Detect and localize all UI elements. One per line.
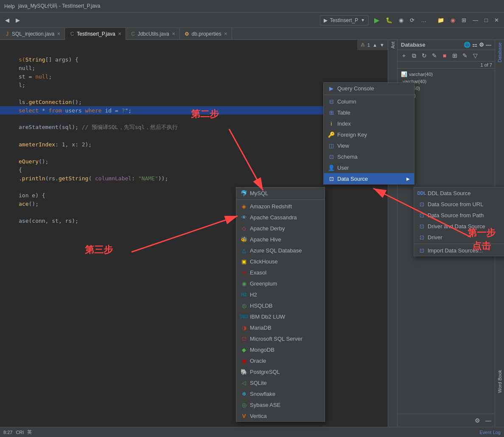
driver-mysql[interactable]: 🐬 MySQL [236, 188, 325, 199]
driver-apache-cassandra[interactable]: 👁 Apache Cassandra [236, 212, 325, 223]
driver-mssql[interactable]: ⊡ Microsoft SQL Server [236, 333, 325, 344]
menu-view[interactable]: ◫ View [324, 140, 414, 151]
driver-snowflake[interactable]: ❄ Snowflake [236, 388, 325, 399]
driver-oracle[interactable]: ◉ Oracle [236, 355, 325, 366]
menu-foreign-key[interactable]: 🔑 Foreign Key [324, 129, 414, 140]
submenu-import[interactable]: ⊡ Import Data Sources... [414, 245, 504, 256]
driver-apache-derby[interactable]: ◇ Apache Derby [236, 223, 325, 234]
run-button[interactable]: ▶ [372, 15, 382, 26]
datasource-submenu: DDL DDL Data Source ⊡ Data Source from U… [414, 187, 504, 256]
forward-button[interactable]: ▶ [13, 15, 22, 26]
db-copy-btn[interactable]: ⧉ [409, 51, 419, 60]
db-bottom-settings[interactable]: ⚙ [473, 416, 482, 425]
db-stop-btn[interactable]: ■ [440, 51, 449, 60]
status-bar: 8:27 CRI 英 Event Log [0, 427, 504, 437]
submenu-item-label: Driver [428, 234, 442, 241]
submenu-driver[interactable]: ⊡ Driver [414, 232, 504, 243]
db-filter-btn[interactable]: ▽ [470, 51, 480, 60]
db-table-btn[interactable]: ⊞ [450, 51, 459, 60]
driver-separator-1 [236, 199, 325, 200]
driver-clickhouse[interactable]: ▣ ClickHouse [236, 256, 325, 267]
driver-hsqldb[interactable]: ◎ HSQLDB [236, 300, 325, 311]
arrow-down[interactable]: ▼ [380, 42, 384, 48]
close-icon[interactable]: ✕ [118, 31, 121, 36]
menu-user[interactable]: 👤 User [324, 162, 414, 173]
window-close[interactable]: ✕ [492, 15, 501, 26]
driver-vertica[interactable]: V Vertica [236, 410, 325, 421]
project-button[interactable]: 📁 [435, 15, 447, 26]
arrow-up[interactable]: ▲ [372, 42, 377, 48]
menu-table[interactable]: ⊞ Table [324, 107, 414, 118]
tab-testinsert[interactable]: C TestInsert_P.java ✕ [65, 28, 126, 40]
db-bottom-minimize[interactable]: — [484, 416, 493, 425]
db-edit-btn[interactable]: ✎ [430, 51, 439, 60]
menu-index[interactable]: i Index [324, 118, 414, 129]
menu-column[interactable]: ⊟ Column [324, 96, 414, 107]
sybase-icon: ◎ [241, 401, 247, 408]
submenu-item-label: Import Data Sources... [428, 247, 483, 254]
tab-jdbcutils[interactable]: C JdbcUtils.java ✕ [126, 28, 180, 40]
db-hide-icon[interactable]: — [486, 42, 491, 48]
db-refresh-btn[interactable]: ↻ [420, 51, 429, 60]
menu-item-label: Schema [337, 154, 358, 160]
more-button[interactable]: … [418, 15, 429, 26]
submenu-arrow: ▶ [406, 176, 410, 181]
close-icon[interactable]: ✕ [57, 31, 60, 36]
help-menu[interactable]: Help [4, 3, 15, 9]
submenu-path[interactable]: ⊡ Data Source from Path [414, 210, 504, 221]
driver-mariadb[interactable]: ◑ MariaDB [236, 322, 325, 333]
driver-sqlite[interactable]: ◁ SQLite [236, 377, 325, 388]
db-add-btn[interactable]: + [399, 51, 409, 60]
driver-greenplum[interactable]: ◉ Greenplum [236, 278, 325, 289]
tab-dbproperties[interactable]: ⚙ db.properties ✕ [180, 28, 232, 40]
menu-schema[interactable]: ⊡ Schema [324, 151, 414, 162]
driver-h2[interactable]: H2 H2 [236, 289, 325, 300]
event-log-btn[interactable]: Event Log [479, 430, 501, 435]
back-button[interactable]: ◀ [3, 15, 12, 26]
plugins-button[interactable]: ◉ [448, 15, 458, 26]
azure-icon: △ [241, 247, 247, 254]
driver-sybase[interactable]: ◎ Sybase ASE [236, 399, 325, 410]
tab-sql-injection[interactable]: J SQL_injection.java ✕ [0, 28, 65, 40]
database-label[interactable]: Database [497, 40, 502, 65]
debug-button[interactable]: 🐛 [383, 15, 395, 26]
tab-bar: J SQL_injection.java ✕ C TestInsert_P.ja… [0, 28, 504, 40]
driver-label: Exasol [250, 269, 266, 276]
submenu-ddl[interactable]: DDL DDL Data Source [414, 188, 504, 199]
ddl-icon: DDL [418, 190, 425, 196]
window-minimize[interactable]: — [470, 15, 481, 26]
close-icon[interactable]: ✕ [224, 31, 227, 36]
word-book-label[interactable]: Word Book [497, 370, 502, 393]
close-icon[interactable]: ✕ [172, 31, 175, 36]
driver-azure-sql[interactable]: △ Azure SQL Database [236, 245, 325, 256]
status-cri: CRI [16, 430, 24, 435]
submenu-url[interactable]: ⊡ Data Source from URL [414, 199, 504, 210]
run-config[interactable]: ▶ TestInsert_P ▼ [320, 15, 369, 25]
ant-label[interactable]: Ant [390, 42, 395, 49]
coverage-button[interactable]: ◉ [396, 15, 406, 26]
schema-icon: ⊡ [328, 153, 335, 160]
driver-label: Sybase ASE [250, 402, 280, 408]
db-sql-btn[interactable]: ✎ [460, 51, 470, 60]
db-globe-icon[interactable]: 🌐 [464, 42, 470, 48]
import-icon: ⊡ [418, 247, 425, 254]
db-settings-icon[interactable]: ⚙ [479, 42, 484, 48]
java-icon: C [130, 31, 136, 37]
profile-button[interactable]: ⟳ [407, 15, 417, 26]
menu-item-label: Table [337, 109, 350, 116]
driver-label: MySQL [250, 190, 268, 196]
menu-query-console[interactable]: ▶ Query Console [324, 83, 414, 94]
driver-amazon-redshift[interactable]: ◈ Amazon Redshift [236, 201, 325, 212]
db-split-icon[interactable]: ⚏ [472, 42, 477, 48]
menu-data-source[interactable]: ⊡ Data Source ▶ [324, 173, 414, 184]
driver-postgresql[interactable]: 🐘 PostgreSQL [236, 366, 325, 377]
code-line-3: st = null; [0, 72, 388, 81]
tab-label: TestInsert_P.java [77, 31, 115, 37]
window-maximize[interactable]: □ [482, 15, 490, 26]
driver-apache-hive[interactable]: 🐝 Apache Hive [236, 234, 325, 245]
driver-mongodb[interactable]: ◆ MongoDB [236, 344, 325, 355]
driver-exasol[interactable]: ✕ Exasol [236, 267, 325, 278]
driver-ibm-db2[interactable]: DB2 IBM Db2 LUW [236, 311, 325, 322]
submenu-driver-and-ds[interactable]: ⊡ Driver and Data Source [414, 221, 504, 232]
layout-button[interactable]: ⊞ [459, 15, 469, 26]
